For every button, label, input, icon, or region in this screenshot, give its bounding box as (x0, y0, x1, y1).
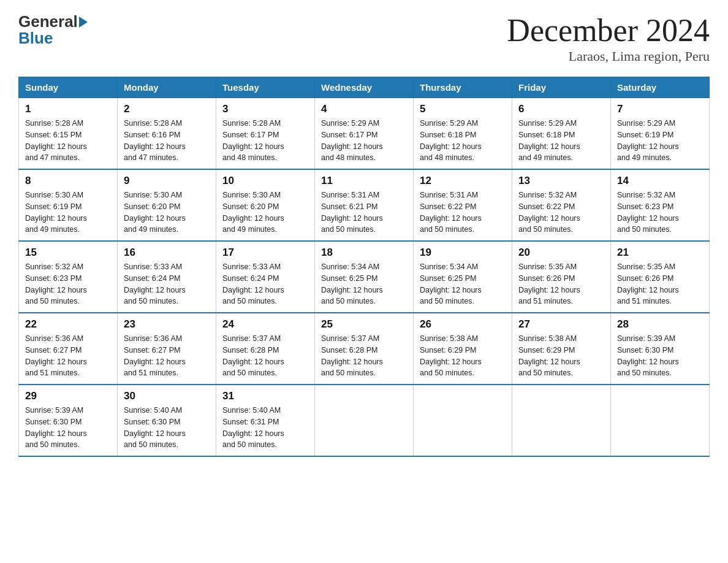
day-info: Sunrise: 5:29 AM Sunset: 6:18 PM Dayligh… (420, 118, 506, 164)
month-title: December 2024 (507, 12, 710, 48)
table-row: 18 Sunrise: 5:34 AM Sunset: 6:25 PM Dayl… (315, 241, 414, 313)
day-number: 19 (420, 247, 506, 259)
table-row: 24 Sunrise: 5:37 AM Sunset: 6:28 PM Dayl… (216, 313, 315, 385)
day-number: 23 (124, 318, 210, 331)
day-info: Sunrise: 5:40 AM Sunset: 6:31 PM Dayligh… (222, 405, 308, 451)
table-row: 9 Sunrise: 5:30 AM Sunset: 6:20 PM Dayli… (118, 169, 216, 241)
day-number: 16 (124, 247, 210, 259)
day-info: Sunrise: 5:35 AM Sunset: 6:26 PM Dayligh… (518, 261, 604, 307)
day-number: 31 (222, 390, 308, 402)
table-row: 20 Sunrise: 5:35 AM Sunset: 6:26 PM Dayl… (512, 241, 611, 313)
day-number: 17 (222, 247, 308, 259)
table-row: 25 Sunrise: 5:37 AM Sunset: 6:28 PM Dayl… (315, 313, 414, 385)
table-row: 4 Sunrise: 5:29 AM Sunset: 6:17 PM Dayli… (315, 98, 414, 170)
table-row: 10 Sunrise: 5:30 AM Sunset: 6:20 PM Dayl… (216, 169, 315, 241)
header-friday: Friday (512, 77, 611, 98)
day-info: Sunrise: 5:34 AM Sunset: 6:25 PM Dayligh… (420, 261, 506, 307)
day-number: 27 (518, 318, 604, 331)
header-tuesday: Tuesday (216, 77, 315, 98)
day-number: 2 (124, 103, 210, 115)
table-row (512, 385, 611, 456)
day-info: Sunrise: 5:37 AM Sunset: 6:28 PM Dayligh… (222, 333, 308, 379)
day-info: Sunrise: 5:38 AM Sunset: 6:29 PM Dayligh… (420, 333, 506, 379)
table-row: 14 Sunrise: 5:32 AM Sunset: 6:23 PM Dayl… (611, 169, 710, 241)
day-number: 29 (25, 390, 111, 402)
day-info: Sunrise: 5:29 AM Sunset: 6:18 PM Dayligh… (518, 118, 604, 164)
day-number: 8 (25, 175, 111, 187)
day-info: Sunrise: 5:29 AM Sunset: 6:19 PM Dayligh… (617, 118, 703, 164)
day-info: Sunrise: 5:34 AM Sunset: 6:25 PM Dayligh… (321, 261, 407, 307)
day-number: 10 (222, 175, 308, 187)
day-number: 3 (222, 103, 308, 115)
table-row: 3 Sunrise: 5:28 AM Sunset: 6:17 PM Dayli… (216, 98, 315, 170)
table-row: 5 Sunrise: 5:29 AM Sunset: 6:18 PM Dayli… (414, 98, 512, 170)
header-monday: Monday (118, 77, 216, 98)
table-row: 26 Sunrise: 5:38 AM Sunset: 6:29 PM Dayl… (414, 313, 512, 385)
header-saturday: Saturday (611, 77, 710, 98)
day-info: Sunrise: 5:38 AM Sunset: 6:29 PM Dayligh… (518, 333, 604, 379)
day-info: Sunrise: 5:35 AM Sunset: 6:26 PM Dayligh… (617, 261, 703, 307)
logo-blue-text: Blue (18, 29, 88, 48)
day-info: Sunrise: 5:33 AM Sunset: 6:24 PM Dayligh… (222, 261, 308, 307)
day-number: 1 (25, 103, 111, 115)
table-row (611, 385, 710, 456)
calendar-week-row: 1 Sunrise: 5:28 AM Sunset: 6:15 PM Dayli… (19, 98, 710, 170)
day-info: Sunrise: 5:30 AM Sunset: 6:20 PM Dayligh… (222, 190, 308, 236)
day-info: Sunrise: 5:40 AM Sunset: 6:30 PM Dayligh… (124, 405, 210, 451)
table-row: 7 Sunrise: 5:29 AM Sunset: 6:19 PM Dayli… (611, 98, 710, 170)
day-info: Sunrise: 5:36 AM Sunset: 6:27 PM Dayligh… (124, 333, 210, 379)
day-number: 6 (518, 103, 604, 115)
calendar-week-row: 15 Sunrise: 5:32 AM Sunset: 6:23 PM Dayl… (19, 241, 710, 313)
table-row: 2 Sunrise: 5:28 AM Sunset: 6:16 PM Dayli… (118, 98, 216, 170)
table-row: 12 Sunrise: 5:31 AM Sunset: 6:22 PM Dayl… (414, 169, 512, 241)
day-number: 4 (321, 103, 407, 115)
day-number: 13 (518, 175, 604, 187)
day-info: Sunrise: 5:36 AM Sunset: 6:27 PM Dayligh… (25, 333, 111, 379)
day-number: 15 (25, 247, 111, 259)
day-number: 18 (321, 247, 407, 259)
day-info: Sunrise: 5:29 AM Sunset: 6:17 PM Dayligh… (321, 118, 407, 164)
day-number: 5 (420, 103, 506, 115)
table-row: 31 Sunrise: 5:40 AM Sunset: 6:31 PM Dayl… (216, 385, 315, 456)
table-row (414, 385, 512, 456)
day-number: 20 (518, 247, 604, 259)
day-info: Sunrise: 5:30 AM Sunset: 6:19 PM Dayligh… (25, 190, 111, 236)
table-row: 6 Sunrise: 5:29 AM Sunset: 6:18 PM Dayli… (512, 98, 611, 170)
location-subtitle: Laraos, Lima region, Peru (507, 48, 710, 64)
table-row: 13 Sunrise: 5:32 AM Sunset: 6:22 PM Dayl… (512, 169, 611, 241)
day-info: Sunrise: 5:28 AM Sunset: 6:17 PM Dayligh… (222, 118, 308, 164)
table-row: 23 Sunrise: 5:36 AM Sunset: 6:27 PM Dayl… (118, 313, 216, 385)
day-number: 11 (321, 175, 407, 187)
table-row: 30 Sunrise: 5:40 AM Sunset: 6:30 PM Dayl… (118, 385, 216, 456)
day-info: Sunrise: 5:31 AM Sunset: 6:21 PM Dayligh… (321, 190, 407, 236)
header-wednesday: Wednesday (315, 77, 414, 98)
table-row: 8 Sunrise: 5:30 AM Sunset: 6:19 PM Dayli… (19, 169, 118, 241)
day-info: Sunrise: 5:32 AM Sunset: 6:22 PM Dayligh… (518, 190, 604, 236)
day-info: Sunrise: 5:39 AM Sunset: 6:30 PM Dayligh… (25, 405, 111, 451)
table-row: 27 Sunrise: 5:38 AM Sunset: 6:29 PM Dayl… (512, 313, 611, 385)
day-info: Sunrise: 5:32 AM Sunset: 6:23 PM Dayligh… (25, 261, 111, 307)
logo: General Blue (18, 12, 88, 48)
day-number: 12 (420, 175, 506, 187)
day-number: 25 (321, 318, 407, 331)
day-number: 21 (617, 247, 703, 259)
table-row: 11 Sunrise: 5:31 AM Sunset: 6:21 PM Dayl… (315, 169, 414, 241)
day-number: 7 (617, 103, 703, 115)
table-row: 1 Sunrise: 5:28 AM Sunset: 6:15 PM Dayli… (19, 98, 118, 170)
table-row: 19 Sunrise: 5:34 AM Sunset: 6:25 PM Dayl… (414, 241, 512, 313)
table-row: 22 Sunrise: 5:36 AM Sunset: 6:27 PM Dayl… (19, 313, 118, 385)
calendar-table: Sunday Monday Tuesday Wednesday Thursday… (18, 77, 710, 457)
day-info: Sunrise: 5:33 AM Sunset: 6:24 PM Dayligh… (124, 261, 210, 307)
table-row: 16 Sunrise: 5:33 AM Sunset: 6:24 PM Dayl… (118, 241, 216, 313)
day-number: 26 (420, 318, 506, 331)
calendar-week-row: 8 Sunrise: 5:30 AM Sunset: 6:19 PM Dayli… (19, 169, 710, 241)
day-info: Sunrise: 5:37 AM Sunset: 6:28 PM Dayligh… (321, 333, 407, 379)
table-row: 21 Sunrise: 5:35 AM Sunset: 6:26 PM Dayl… (611, 241, 710, 313)
title-block: December 2024 Laraos, Lima region, Peru (507, 12, 710, 64)
day-number: 22 (25, 318, 111, 331)
table-row: 28 Sunrise: 5:39 AM Sunset: 6:30 PM Dayl… (611, 313, 710, 385)
day-info: Sunrise: 5:32 AM Sunset: 6:23 PM Dayligh… (617, 190, 703, 236)
calendar-week-row: 29 Sunrise: 5:39 AM Sunset: 6:30 PM Dayl… (19, 385, 710, 456)
day-number: 9 (124, 175, 210, 187)
table-row: 29 Sunrise: 5:39 AM Sunset: 6:30 PM Dayl… (19, 385, 118, 456)
